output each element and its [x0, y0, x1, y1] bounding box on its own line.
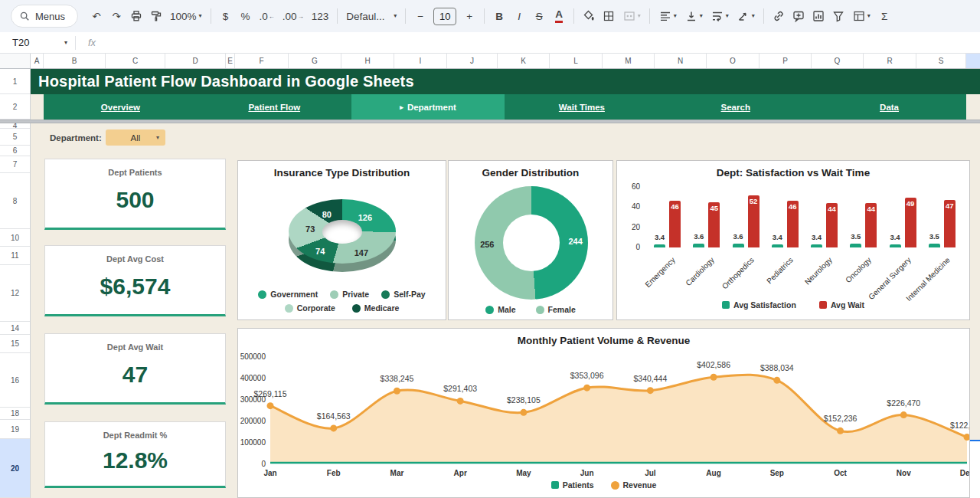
y-axis-tick: 20: [619, 223, 640, 231]
row-header-5[interactable]: 5: [0, 129, 30, 146]
sheet-canvas[interactable]: Hospital Patient Flow Dashboard in Googl…: [31, 69, 980, 498]
nav-tab-wait-times[interactable]: Wait Times: [505, 94, 658, 120]
strikethrough-button[interactable]: S: [530, 6, 548, 26]
horizontal-align-button[interactable]: ▾: [655, 6, 680, 26]
frozen-rows-divider[interactable]: [0, 120, 980, 123]
kpi-card-dept-avg-wait[interactable]: Dept Avg Wait47: [44, 333, 226, 405]
nav-tab-bar: OverviewPatient Flow▸DepartmentWait Time…: [31, 94, 980, 120]
kpi-card-dept-patients[interactable]: Dept Patients500: [44, 159, 226, 230]
row-header-14[interactable]: 14: [0, 322, 30, 335]
column-header-I[interactable]: I: [394, 54, 447, 68]
format-currency-button[interactable]: $: [217, 6, 235, 26]
column-header-R[interactable]: R: [864, 54, 916, 68]
kpi-card-dept-avg-cost[interactable]: Dept Avg Cost$6,574: [44, 245, 226, 316]
column-header-L[interactable]: L: [550, 54, 603, 68]
increase-decimal-button[interactable]: .00→: [279, 6, 307, 26]
column-header-D[interactable]: D: [165, 54, 226, 68]
row-header-16[interactable]: 16: [0, 353, 30, 408]
legend-label: Female: [548, 305, 576, 314]
kpi-title: Dept Avg Cost: [106, 254, 164, 264]
column-header-F[interactable]: F: [235, 54, 289, 68]
row-header-11[interactable]: 11: [0, 247, 30, 265]
print-button[interactable]: [127, 6, 145, 26]
column-header-C[interactable]: C: [106, 54, 165, 68]
column-header-P[interactable]: P: [760, 54, 812, 68]
x-axis-month-label: Nov: [897, 469, 911, 477]
bar-satisfaction-cardiology: [693, 244, 704, 247]
satisfaction-chart-panel[interactable]: Dept: Satisfaction vs Wait Time60402003.…: [616, 160, 970, 320]
row-header-8[interactable]: 8: [0, 173, 30, 229]
paint-format-button[interactable]: [147, 6, 165, 26]
row-header-15[interactable]: 15: [0, 335, 30, 353]
column-header-S[interactable]: S: [916, 54, 966, 68]
row-header-20[interactable]: 20: [0, 439, 30, 498]
text-rotation-button[interactable]: ▾: [733, 6, 758, 26]
redo-button[interactable]: ↷: [107, 6, 126, 26]
menus-button[interactable]: Menus: [11, 5, 78, 28]
text-color-button[interactable]: A: [550, 6, 568, 26]
nav-tab-label: Department: [407, 103, 456, 112]
column-header-G[interactable]: G: [289, 54, 341, 68]
select-all-corner[interactable]: [0, 54, 31, 68]
bold-button[interactable]: B: [490, 6, 508, 26]
row-header-19[interactable]: 19: [0, 420, 30, 439]
fill-color-button[interactable]: [580, 6, 598, 26]
column-header-A[interactable]: A: [31, 54, 44, 68]
column-header-N[interactable]: N: [655, 54, 707, 68]
vertical-align-button[interactable]: ▾: [681, 6, 706, 26]
insert-chart-button[interactable]: [809, 6, 828, 26]
row-header-10[interactable]: 10: [0, 229, 30, 247]
row-header-4[interactable]: 4: [0, 123, 30, 129]
column-header-E[interactable]: E: [226, 54, 235, 68]
kpi-card-dept-readmit-[interactable]: Dept Readmit %12.8%: [44, 421, 226, 488]
row-header-2[interactable]: 2: [0, 94, 30, 120]
nav-tab-data[interactable]: Data: [812, 94, 966, 120]
row-header-12[interactable]: 12: [0, 265, 30, 322]
column-header-J[interactable]: J: [447, 54, 498, 68]
functions-button[interactable]: Σ: [875, 6, 893, 26]
monthly-chart-panel[interactable]: Monthly Patient Volume & Revenue01000002…: [237, 328, 970, 498]
formula-input[interactable]: [96, 32, 980, 53]
department-filter-dropdown[interactable]: All ▾: [106, 129, 165, 146]
table-views-button[interactable]: ▾: [849, 6, 874, 26]
bar-value-label: 44: [867, 205, 875, 213]
nav-tab-search[interactable]: Search: [658, 94, 812, 120]
create-filter-button[interactable]: [829, 6, 848, 26]
row-header-18[interactable]: 18: [0, 408, 30, 420]
borders-button[interactable]: [599, 6, 618, 26]
name-box[interactable]: T20 ▾: [0, 37, 67, 48]
insert-comment-button[interactable]: [789, 6, 808, 26]
insert-link-button[interactable]: [769, 6, 788, 26]
more-formats-button[interactable]: 123: [309, 6, 332, 26]
x-axis-month-label: Apr: [454, 469, 467, 477]
column-header-H[interactable]: H: [341, 54, 394, 68]
bar-value-label: 45: [710, 204, 718, 212]
row-header-7[interactable]: 7: [0, 156, 30, 173]
decrease-font-size-button[interactable]: −: [411, 6, 430, 26]
nav-tab-department[interactable]: ▸Department: [351, 94, 505, 120]
merge-cells-button[interactable]: ▾: [619, 6, 644, 26]
increase-font-size-button[interactable]: +: [460, 6, 479, 26]
font-select[interactable]: Defaul...▾: [343, 6, 400, 26]
row-header-1[interactable]: 1: [0, 69, 30, 94]
undo-button[interactable]: ↶: [87, 6, 106, 26]
font-size-input[interactable]: 10: [433, 8, 456, 25]
cell-t20-region[interactable]: [970, 441, 980, 498]
column-header-B[interactable]: B: [44, 54, 106, 68]
format-percent-button[interactable]: %: [237, 6, 255, 26]
gender-chart-panel[interactable]: Gender Distribution244256MaleFemale: [448, 160, 613, 320]
zoom-select[interactable]: 100%▾: [167, 6, 205, 26]
borders-icon: [603, 10, 615, 22]
nav-tab-overview[interactable]: Overview: [44, 94, 198, 120]
insurance-chart-panel[interactable]: Insurance Type Distribution126147747380G…: [237, 160, 446, 320]
column-header-selected-partial[interactable]: [966, 54, 980, 68]
decrease-decimal-button[interactable]: .0←: [256, 6, 278, 26]
row-header-6[interactable]: 6: [0, 146, 30, 156]
text-wrap-button[interactable]: ▾: [707, 6, 732, 26]
nav-tab-patient-flow[interactable]: Patient Flow: [198, 94, 351, 120]
column-header-Q[interactable]: Q: [812, 54, 864, 68]
column-header-K[interactable]: K: [498, 54, 550, 68]
column-header-M[interactable]: M: [603, 54, 655, 68]
column-header-O[interactable]: O: [707, 54, 760, 68]
italic-button[interactable]: I: [510, 6, 528, 26]
